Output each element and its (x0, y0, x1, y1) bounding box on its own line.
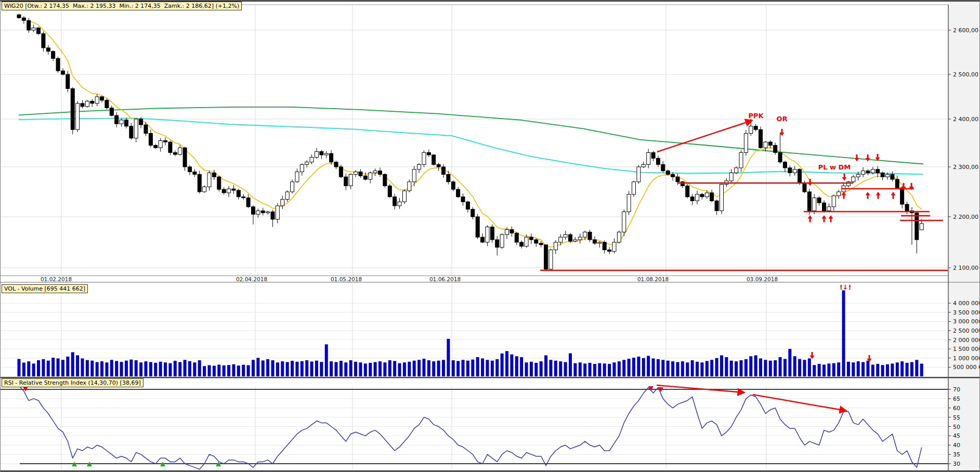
svg-text:2 400,00: 2 400,00 (953, 116, 978, 123)
svg-text:3 000 000 000: 3 000 000 000 (953, 318, 980, 325)
svg-text:2 500 000 000: 2 500 000 000 (953, 327, 980, 334)
svg-text:4 000 000 000: 4 000 000 000 (953, 300, 980, 307)
svg-text:60: 60 (953, 405, 960, 412)
volume-indicator-label[interactable]: VOL - Volume [695 441 662] (2, 284, 88, 293)
svg-text:3 500 000 000: 3 500 000 000 (953, 309, 980, 316)
svg-text:50: 50 (953, 424, 960, 430)
price-volume-rsi-chart-canvas[interactable]: 2 600,002 500,002 400,002 300,002 200,00… (1, 1, 980, 472)
svg-text:2 200,00: 2 200,00 (953, 214, 978, 220)
svg-text:01.02.2018: 01.02.2018 (41, 276, 72, 282)
svg-text:70: 70 (953, 386, 960, 393)
svg-text:1 000 000 000: 1 000 000 000 (953, 355, 980, 362)
svg-text:65: 65 (953, 396, 960, 402)
svg-text:01.05.2018: 01.05.2018 (331, 276, 362, 282)
svg-text:500 000 000: 500 000 000 (953, 364, 980, 371)
svg-text:2 300,00: 2 300,00 (953, 164, 978, 171)
svg-text:2 500,00: 2 500,00 (953, 71, 978, 78)
svg-text:!↓!: !↓! (840, 283, 852, 291)
svg-text:40: 40 (953, 442, 960, 449)
rsi-indicator-label[interactable]: RSI - Relative Strength Index (14,30,70)… (2, 378, 143, 387)
svg-text:35: 35 (953, 451, 960, 458)
svg-text:PPK: PPK (748, 112, 764, 120)
svg-text:1 500 000 000: 1 500 000 000 (953, 346, 980, 352)
svg-text:2 000 000 000: 2 000 000 000 (953, 337, 980, 344)
svg-text:OR: OR (776, 115, 787, 123)
svg-text:01.06.2018: 01.06.2018 (429, 276, 461, 282)
svg-text:55: 55 (953, 414, 960, 421)
svg-text:PL w DM: PL w DM (818, 163, 851, 171)
svg-text:03.09.2018: 03.09.2018 (747, 276, 778, 282)
svg-text:30: 30 (953, 461, 960, 467)
instrument-title-box[interactable]: WIG20 [Otw.: 2 174,35 Max.: 2 195,33 Min… (2, 2, 242, 10)
svg-text:45: 45 (953, 432, 960, 439)
svg-text:01.08.2018: 01.08.2018 (637, 276, 669, 282)
charting-app-window: 2 600,002 500,002 400,002 300,002 200,00… (0, 0, 980, 472)
svg-text:02.04.2018: 02.04.2018 (236, 276, 267, 282)
svg-text:2 600,00: 2 600,00 (953, 27, 978, 34)
svg-text:2 100,00: 2 100,00 (953, 265, 978, 271)
